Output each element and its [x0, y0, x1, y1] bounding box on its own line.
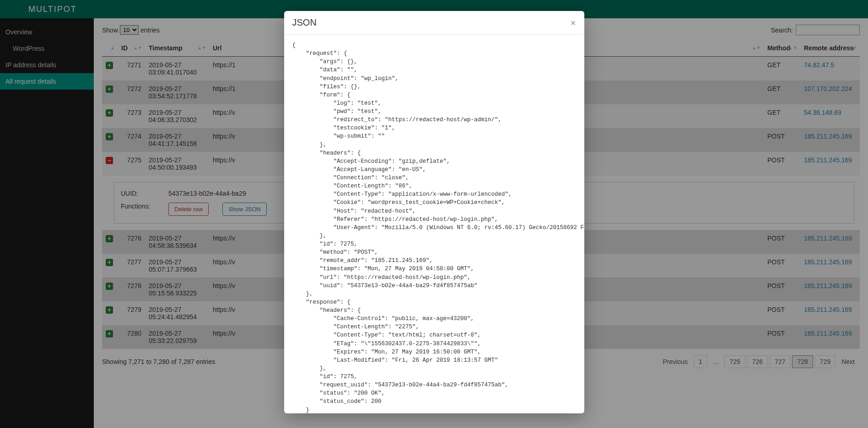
close-icon[interactable]: ×	[571, 18, 576, 27]
json-modal: JSON × { "request": { "args": {}, "data"…	[284, 11, 584, 413]
modal-title: JSON	[292, 17, 317, 28]
json-content: { "request": { "args": {}, "data": "", "…	[292, 41, 576, 413]
